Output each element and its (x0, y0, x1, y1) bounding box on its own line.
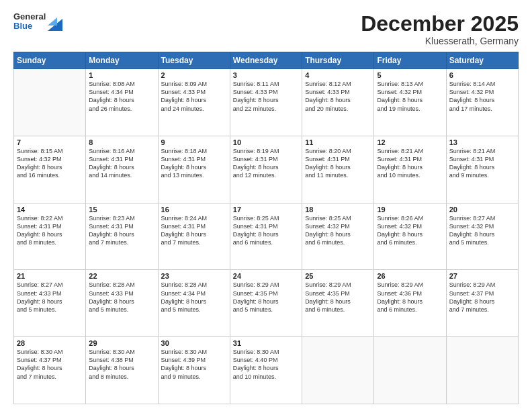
calendar-cell: 28Sunrise: 8:30 AM Sunset: 4:37 PM Dayli… (14, 337, 86, 404)
day-info: Sunrise: 8:12 AM Sunset: 4:33 PM Dayligh… (305, 80, 371, 113)
day-number: 20 (449, 205, 515, 214)
calendar-cell: 11Sunrise: 8:20 AM Sunset: 4:31 PM Dayli… (302, 136, 374, 203)
calendar-cell: 20Sunrise: 8:27 AM Sunset: 4:32 PM Dayli… (446, 203, 518, 270)
calendar-cell: 29Sunrise: 8:30 AM Sunset: 4:38 PM Dayli… (86, 337, 158, 404)
day-number: 14 (17, 205, 83, 214)
logo: General Blue (13, 12, 62, 32)
day-info: Sunrise: 8:30 AM Sunset: 4:38 PM Dayligh… (89, 348, 154, 381)
calendar-cell: 25Sunrise: 8:29 AM Sunset: 4:35 PM Dayli… (302, 270, 374, 337)
day-info: Sunrise: 8:29 AM Sunset: 4:37 PM Dayligh… (449, 281, 515, 314)
day-number: 17 (233, 205, 299, 214)
day-info: Sunrise: 8:30 AM Sunset: 4:40 PM Dayligh… (233, 348, 299, 381)
calendar-cell: 12Sunrise: 8:21 AM Sunset: 4:31 PM Dayli… (374, 136, 446, 203)
calendar-cell (374, 337, 446, 404)
day-info: Sunrise: 8:29 AM Sunset: 4:35 PM Dayligh… (233, 281, 299, 314)
calendar-cell: 10Sunrise: 8:19 AM Sunset: 4:31 PM Dayli… (230, 136, 302, 203)
day-number: 31 (233, 339, 299, 347)
calendar-cell: 26Sunrise: 8:29 AM Sunset: 4:36 PM Dayli… (374, 270, 446, 337)
day-number: 22 (89, 272, 154, 280)
day-number: 24 (233, 272, 299, 280)
day-info: Sunrise: 8:09 AM Sunset: 4:33 PM Dayligh… (161, 80, 227, 113)
day-info: Sunrise: 8:27 AM Sunset: 4:32 PM Dayligh… (449, 214, 515, 247)
calendar-cell: 19Sunrise: 8:26 AM Sunset: 4:32 PM Dayli… (374, 203, 446, 270)
calendar-cell: 1Sunrise: 8:08 AM Sunset: 4:34 PM Daylig… (86, 69, 158, 136)
day-info: Sunrise: 8:11 AM Sunset: 4:33 PM Dayligh… (233, 80, 299, 113)
day-info: Sunrise: 8:21 AM Sunset: 4:31 PM Dayligh… (377, 147, 443, 180)
calendar-cell: 30Sunrise: 8:30 AM Sunset: 4:39 PM Dayli… (158, 337, 230, 404)
day-info: Sunrise: 8:14 AM Sunset: 4:32 PM Dayligh… (449, 80, 515, 113)
day-info: Sunrise: 8:29 AM Sunset: 4:36 PM Dayligh… (377, 281, 443, 314)
day-number: 23 (161, 272, 227, 280)
day-number: 6 (449, 71, 515, 79)
calendar-cell: 15Sunrise: 8:23 AM Sunset: 4:31 PM Dayli… (86, 203, 158, 270)
calendar-header-monday: Monday (86, 52, 158, 69)
day-number: 13 (449, 138, 515, 146)
day-number: 19 (377, 205, 443, 214)
calendar-header-row: SundayMondayTuesdayWednesdayThursdayFrid… (14, 52, 519, 69)
calendar-header-tuesday: Tuesday (158, 52, 230, 69)
calendar-cell: 13Sunrise: 8:21 AM Sunset: 4:31 PM Dayli… (446, 136, 518, 203)
calendar-week-row: 7Sunrise: 8:15 AM Sunset: 4:32 PM Daylig… (14, 136, 519, 203)
day-info: Sunrise: 8:18 AM Sunset: 4:31 PM Dayligh… (161, 147, 227, 180)
day-number: 30 (161, 339, 227, 347)
day-number: 12 (377, 138, 443, 146)
calendar-header-wednesday: Wednesday (230, 52, 302, 69)
calendar-cell: 27Sunrise: 8:29 AM Sunset: 4:37 PM Dayli… (446, 270, 518, 337)
calendar-cell: 2Sunrise: 8:09 AM Sunset: 4:33 PM Daylig… (158, 69, 230, 136)
calendar-header-thursday: Thursday (302, 52, 374, 69)
calendar-header-friday: Friday (374, 52, 446, 69)
day-number: 25 (305, 272, 371, 280)
calendar-cell: 24Sunrise: 8:29 AM Sunset: 4:35 PM Dayli… (230, 270, 302, 337)
title-block: December 2025 Kluesserath, Germany (361, 12, 519, 46)
logo-text: General Blue (13, 12, 46, 32)
day-number: 8 (89, 138, 154, 146)
day-number: 4 (305, 71, 371, 79)
day-info: Sunrise: 8:25 AM Sunset: 4:31 PM Dayligh… (233, 214, 299, 247)
day-info: Sunrise: 8:26 AM Sunset: 4:32 PM Dayligh… (377, 214, 443, 247)
calendar-cell: 9Sunrise: 8:18 AM Sunset: 4:31 PM Daylig… (158, 136, 230, 203)
month-title: December 2025 (361, 12, 519, 36)
day-number: 1 (89, 71, 154, 79)
svg-marker-1 (48, 17, 57, 26)
day-number: 2 (161, 71, 227, 79)
day-info: Sunrise: 8:13 AM Sunset: 4:32 PM Dayligh… (377, 80, 443, 113)
day-number: 18 (305, 205, 371, 214)
day-info: Sunrise: 8:28 AM Sunset: 4:33 PM Dayligh… (89, 281, 154, 314)
day-info: Sunrise: 8:24 AM Sunset: 4:31 PM Dayligh… (161, 214, 227, 247)
day-info: Sunrise: 8:20 AM Sunset: 4:31 PM Dayligh… (305, 147, 371, 180)
day-number: 29 (89, 339, 154, 347)
calendar-cell: 3Sunrise: 8:11 AM Sunset: 4:33 PM Daylig… (230, 69, 302, 136)
calendar-cell (14, 69, 86, 136)
day-number: 21 (17, 272, 83, 280)
day-info: Sunrise: 8:29 AM Sunset: 4:35 PM Dayligh… (305, 281, 371, 314)
calendar-cell (446, 337, 518, 404)
calendar-week-row: 1Sunrise: 8:08 AM Sunset: 4:34 PM Daylig… (14, 69, 519, 136)
day-info: Sunrise: 8:19 AM Sunset: 4:31 PM Dayligh… (233, 147, 299, 180)
day-info: Sunrise: 8:22 AM Sunset: 4:31 PM Dayligh… (17, 214, 83, 247)
day-info: Sunrise: 8:28 AM Sunset: 4:34 PM Dayligh… (161, 281, 227, 314)
calendar-cell: 23Sunrise: 8:28 AM Sunset: 4:34 PM Dayli… (158, 270, 230, 337)
calendar-cell: 14Sunrise: 8:22 AM Sunset: 4:31 PM Dayli… (14, 203, 86, 270)
page: General Blue December 2025 Kluesserath, … (0, 0, 532, 411)
day-number: 27 (449, 272, 515, 280)
calendar-header-sunday: Sunday (14, 52, 86, 69)
calendar-cell: 21Sunrise: 8:27 AM Sunset: 4:33 PM Dayli… (14, 270, 86, 337)
calendar-week-row: 14Sunrise: 8:22 AM Sunset: 4:31 PM Dayli… (14, 203, 519, 270)
day-number: 9 (161, 138, 227, 146)
day-number: 5 (377, 71, 443, 79)
day-number: 3 (233, 71, 299, 79)
day-info: Sunrise: 8:08 AM Sunset: 4:34 PM Dayligh… (89, 80, 154, 113)
calendar-cell (302, 337, 374, 404)
day-info: Sunrise: 8:25 AM Sunset: 4:32 PM Dayligh… (305, 214, 371, 247)
calendar-header-saturday: Saturday (446, 52, 518, 69)
day-info: Sunrise: 8:23 AM Sunset: 4:31 PM Dayligh… (89, 214, 154, 247)
location: Kluesserath, Germany (361, 36, 519, 46)
calendar-week-row: 21Sunrise: 8:27 AM Sunset: 4:33 PM Dayli… (14, 270, 519, 337)
calendar-cell: 22Sunrise: 8:28 AM Sunset: 4:33 PM Dayli… (86, 270, 158, 337)
day-info: Sunrise: 8:30 AM Sunset: 4:39 PM Dayligh… (161, 348, 227, 381)
calendar-cell: 6Sunrise: 8:14 AM Sunset: 4:32 PM Daylig… (446, 69, 518, 136)
calendar-cell: 8Sunrise: 8:16 AM Sunset: 4:31 PM Daylig… (86, 136, 158, 203)
day-info: Sunrise: 8:30 AM Sunset: 4:37 PM Dayligh… (17, 348, 83, 381)
day-info: Sunrise: 8:15 AM Sunset: 4:32 PM Dayligh… (17, 147, 83, 180)
day-number: 10 (233, 138, 299, 146)
